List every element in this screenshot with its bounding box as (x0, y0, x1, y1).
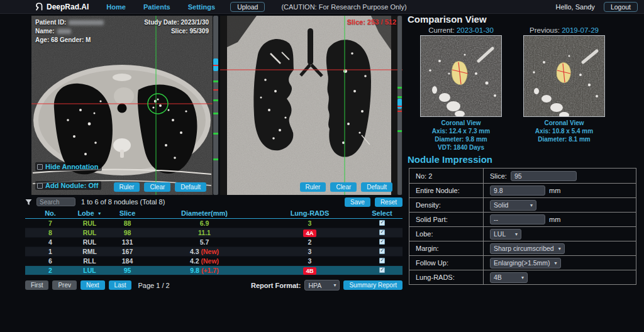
lobe-select[interactable]: LUL ▾ (490, 229, 521, 240)
nav-patients[interactable]: Patients (143, 3, 170, 11)
search-input[interactable] (36, 197, 75, 206)
diameter-change-note: (+1.7) (201, 267, 219, 274)
filter-icon[interactable] (25, 199, 32, 206)
current-axis: Axis: 12.4 x 7.3 mm (420, 127, 502, 135)
patient-id-label: Patient ID: (35, 19, 66, 26)
table-row[interactable]: 2LUL959.8(+1.7)4B (25, 266, 402, 275)
first-page-button[interactable]: First (25, 280, 48, 290)
report-format-select[interactable]: HPA ▾ (304, 280, 340, 290)
coronal-scrollbar-thumb[interactable] (397, 99, 402, 109)
row-select-checkbox[interactable] (379, 267, 385, 273)
previous-label: Previous: (530, 26, 560, 34)
last-page-button[interactable]: Last (109, 280, 132, 290)
current-vdt: VDT: 1840 Days (420, 143, 502, 152)
add-nodule-toggle[interactable]: Add Nodule: Off (35, 181, 101, 190)
diameter-value: 4.3 (190, 248, 199, 255)
column-header-lobe[interactable]: Lobe▼ (75, 209, 104, 217)
column-header-diameter[interactable]: Diameter(mm) (151, 209, 258, 217)
slice-input[interactable] (511, 171, 577, 181)
row-select-checkbox[interactable] (379, 220, 385, 226)
reset-button[interactable]: Reset (375, 197, 402, 207)
impression-row-solid-part: Solid Part: mm (409, 212, 636, 226)
nav-home[interactable]: Home (106, 3, 126, 11)
save-button[interactable]: Save (345, 197, 370, 207)
nodule-table-section: 1 to 6 of 8 nodules (Total 8) Save Reset… (25, 196, 402, 290)
diameter-value: 5.7 (200, 238, 209, 246)
diameter-value: 11.1 (198, 229, 211, 236)
lungrads-alert-badge: 4A (303, 230, 316, 237)
axial-default-button[interactable]: Default (175, 182, 206, 192)
coronal-slice-indicator: Slice: 253 / 512 (347, 18, 396, 26)
column-header-no[interactable]: No. (25, 209, 75, 217)
diameter-value: 6.9 (200, 219, 209, 227)
logout-button[interactable]: Logout (604, 2, 638, 12)
nodule-position-marker-red (213, 89, 218, 91)
table-row[interactable]: 7RUL886.93 (25, 219, 402, 228)
coronal-ct-image (220, 16, 402, 195)
nodule-position-marker (397, 87, 402, 89)
prev-page-button[interactable]: Prev (52, 280, 77, 290)
row-select-checkbox[interactable] (379, 258, 385, 263)
diameter-value: 9.8 (190, 267, 199, 274)
row-select-checkbox[interactable] (379, 248, 385, 254)
cell-select (362, 257, 402, 265)
lungrads-alert-badge: 4B (303, 267, 316, 275)
table-row[interactable]: 1RML1674.3(New)3 (25, 247, 402, 257)
report-format-label: Report Format: (251, 282, 301, 289)
coronal-ct-view[interactable]: Slice: 253 / 512 Ruler Clear Default (220, 16, 402, 195)
upload-button[interactable]: Upload (230, 2, 265, 12)
table-header-row: No. Lobe▼ Slice Diameter(mm) Lung-RADS S… (25, 208, 402, 219)
table-row[interactable]: 4RUL1315.72 (25, 238, 402, 247)
followup-label: Follow Up: (409, 256, 484, 270)
table-row[interactable]: 8RUL9811.14A (25, 228, 402, 238)
nav-settings[interactable]: Settings (188, 3, 215, 11)
axial-scrollbar-thumb[interactable] (213, 58, 218, 71)
column-header-select[interactable]: Select (362, 209, 402, 217)
cell-lungrads: 4A (258, 229, 362, 237)
cell-diameter: 4.3(New) (151, 248, 258, 255)
row-select-checkbox[interactable] (379, 230, 385, 235)
patient-info-overlay: Patient ID: Name: Age: 68 Gender: M (35, 18, 104, 45)
nodule-impression-title: Nodule Impression (408, 154, 644, 165)
pagination-row: First Prev Next Last Page 1 / 2 Report F… (25, 280, 402, 290)
hide-annotation-checkbox[interactable] (37, 164, 43, 170)
current-date-label: Current: 2023-01-30 (420, 26, 502, 34)
coronal-ruler-button[interactable]: Ruler (300, 182, 326, 192)
add-nodule-checkbox[interactable] (37, 183, 43, 189)
lungrads-select[interactable]: 4B ▾ (490, 272, 528, 283)
row-select-checkbox[interactable] (379, 239, 385, 245)
cell-select (362, 229, 402, 236)
next-page-button[interactable]: Next (80, 280, 105, 290)
hide-annotation-toggle[interactable]: Hide Annotation (35, 162, 102, 171)
coronal-slice-scrollbar[interactable] (397, 16, 402, 195)
density-label: Density: (409, 198, 484, 212)
nodule-position-marker-red (397, 111, 402, 112)
cell-select (362, 267, 402, 274)
summary-report-button[interactable]: Summary Report (343, 280, 402, 290)
study-info-overlay: Study Date: 2023/1/30 Slice: 95/309 (144, 18, 209, 36)
cell-no: 8 (25, 229, 75, 236)
previous-nodule-thumbnail[interactable] (523, 35, 605, 117)
axial-slice-scrollbar[interactable] (213, 16, 218, 195)
comparison-measurements: Coronal View Axis: 12.4 x 7.3 mm Diamete… (408, 119, 644, 152)
margin-select[interactable]: Sharp circumscribed ▾ (490, 243, 565, 254)
entire-nodule-input[interactable] (490, 185, 545, 196)
current-nodule-thumbnail[interactable] (420, 35, 502, 117)
column-header-slice[interactable]: Slice (104, 209, 151, 217)
coronal-clear-button[interactable]: Clear (330, 182, 357, 192)
followup-select[interactable]: Enlarging(>1.5mm) ▾ (490, 258, 561, 268)
axial-clear-button[interactable]: Clear (144, 182, 170, 192)
solid-part-input[interactable] (490, 214, 545, 224)
table-row[interactable]: 6RLL1844.2(New)3 (25, 257, 402, 266)
chevron-down-icon: ▾ (333, 282, 336, 288)
nodule-position-marker (213, 113, 218, 114)
column-header-lungrads[interactable]: Lung-RADS (258, 209, 362, 217)
axial-ct-view[interactable]: Patient ID: Name: Age: 68 Gender: M Stud… (31, 16, 213, 195)
brand-logo[interactable]: DeepRad.AI (35, 3, 89, 11)
nodule-position-marker (213, 158, 218, 160)
axial-ruler-button[interactable]: Ruler (114, 182, 140, 192)
chevron-down-icon: ▾ (515, 231, 518, 237)
cell-slice: 167 (104, 248, 151, 255)
density-select[interactable]: Solid ▾ (490, 200, 536, 211)
coronal-default-button[interactable]: Default (361, 182, 392, 192)
